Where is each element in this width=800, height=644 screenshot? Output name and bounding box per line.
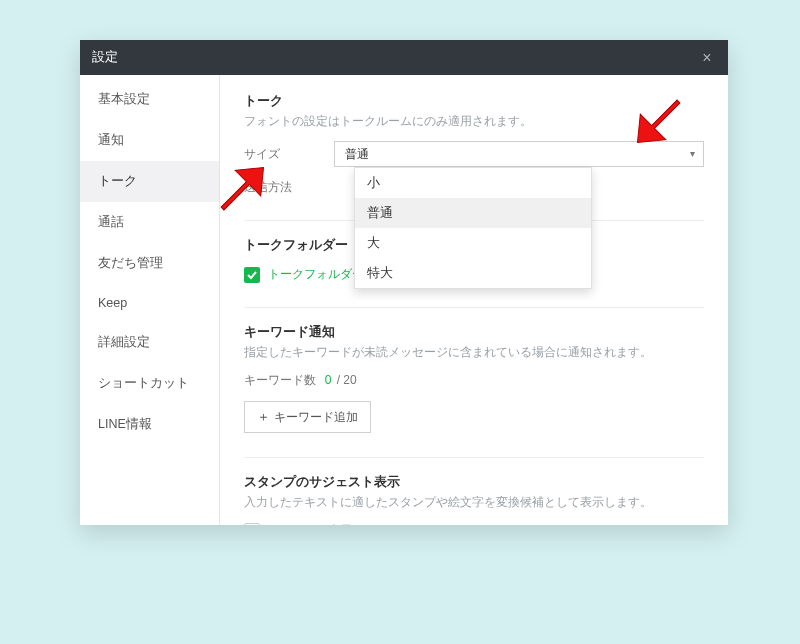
sidebar: 基本設定 通知 トーク 通話 友だち管理 Keep 詳細設定 ショートカット L… [80, 75, 220, 525]
sidebar-item-lineinfo[interactable]: LINE情報 [80, 404, 219, 445]
sidebar-item-friends[interactable]: 友だち管理 [80, 243, 219, 284]
titlebar-title: 設定 [92, 49, 118, 66]
keyword-count-current: 0 [325, 373, 332, 387]
row-font-size: サイズ 普通 ▾ 小 普通 大 特大 [244, 141, 704, 167]
add-keyword-button[interactable]: ＋ キーワード追加 [244, 401, 371, 433]
suggest-checkbox-row[interactable]: サジェスト表示をオン [244, 522, 704, 525]
section-desc-suggest: 入力したテキストに適したスタンプや絵文字を変換候補として表示します。 [244, 495, 704, 510]
select-wrap-size: 普通 ▾ 小 普通 大 特大 [334, 141, 704, 167]
size-option-small[interactable]: 小 [355, 168, 591, 198]
section-title-talk: トーク [244, 93, 704, 110]
size-select-value: 普通 [345, 147, 369, 161]
sidebar-item-basic[interactable]: 基本設定 [80, 79, 219, 120]
sidebar-item-keep[interactable]: Keep [80, 284, 219, 322]
settings-modal: 設定 × 基本設定 通知 トーク 通話 友だち管理 Keep 詳細設定 ショート… [80, 40, 728, 525]
sidebar-item-advanced[interactable]: 詳細設定 [80, 322, 219, 363]
section-desc-talk: フォントの設定はトークルームにのみ適用されます。 [244, 114, 704, 129]
section-desc-keyword: 指定したキーワードが未読メッセージに含まれている場合に通知されます。 [244, 345, 704, 360]
size-option-xlarge[interactable]: 特大 [355, 258, 591, 288]
close-icon[interactable]: × [698, 49, 716, 67]
section-title-keyword: キーワード通知 [244, 324, 704, 341]
size-option-large[interactable]: 大 [355, 228, 591, 258]
plus-icon: ＋ [257, 408, 270, 426]
chevron-down-icon: ▾ [690, 142, 695, 166]
suggest-checkbox-label: サジェスト表示をオン [268, 522, 388, 525]
divider [244, 457, 704, 458]
add-keyword-label: キーワード追加 [274, 409, 358, 426]
label-send-method: 送信方法 [244, 179, 334, 196]
label-size: サイズ [244, 146, 334, 163]
sidebar-item-notify[interactable]: 通知 [80, 120, 219, 161]
size-dropdown: 小 普通 大 特大 [354, 167, 592, 289]
sidebar-item-talk[interactable]: トーク [80, 161, 219, 202]
size-select[interactable]: 普通 ▾ [334, 141, 704, 167]
content: トーク フォントの設定はトークルームにのみ適用されます。 サイズ 普通 ▾ 小 … [220, 75, 728, 525]
divider [244, 307, 704, 308]
checkbox-checked-icon [244, 267, 260, 283]
titlebar: 設定 × [80, 40, 728, 75]
section-title-suggest: スタンプのサジェスト表示 [244, 474, 704, 491]
keyword-count-max: / 20 [337, 373, 357, 387]
sidebar-item-shortcut[interactable]: ショートカット [80, 363, 219, 404]
checkbox-unchecked-icon [244, 523, 260, 526]
modal-body: 基本設定 通知 トーク 通話 友だち管理 Keep 詳細設定 ショートカット L… [80, 75, 728, 525]
keyword-count: キーワード数 0 / 20 [244, 372, 704, 389]
size-option-normal[interactable]: 普通 [355, 198, 591, 228]
sidebar-item-call[interactable]: 通話 [80, 202, 219, 243]
